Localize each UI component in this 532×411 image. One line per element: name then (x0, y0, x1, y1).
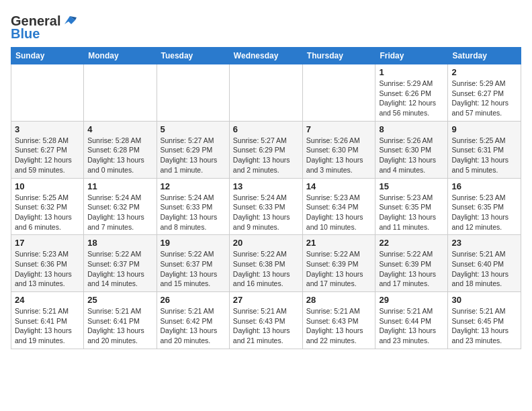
day-info: Sunrise: 5:24 AM Sunset: 6:32 PM Dayligh… (87, 193, 152, 232)
day-info: Sunrise: 5:29 AM Sunset: 6:27 PM Dayligh… (451, 79, 517, 118)
day-number: 19 (161, 238, 226, 248)
calendar-day-cell: 10Sunrise: 5:25 AM Sunset: 6:32 PM Dayli… (11, 178, 84, 235)
calendar-empty-cell (229, 64, 302, 122)
calendar-day-cell: 26Sunrise: 5:21 AM Sunset: 6:42 PM Dayli… (157, 292, 229, 349)
calendar-day-cell: 5Sunrise: 5:27 AM Sunset: 6:29 PM Daylig… (157, 121, 229, 178)
day-number: 23 (451, 238, 517, 248)
calendar-day-cell: 7Sunrise: 5:26 AM Sunset: 6:30 PM Daylig… (302, 121, 375, 178)
day-info: Sunrise: 5:23 AM Sunset: 6:34 PM Dayligh… (306, 193, 372, 232)
calendar-day-cell: 12Sunrise: 5:24 AM Sunset: 6:33 PM Dayli… (157, 178, 229, 235)
calendar-day-cell: 6Sunrise: 5:27 AM Sunset: 6:29 PM Daylig… (229, 121, 302, 178)
day-info: Sunrise: 5:21 AM Sunset: 6:42 PM Dayligh… (161, 306, 226, 346)
weekday-header-saturday: Saturday (448, 48, 521, 64)
day-number: 14 (306, 181, 372, 191)
logo-bird-icon (62, 15, 77, 27)
day-info: Sunrise: 5:25 AM Sunset: 6:31 PM Dayligh… (451, 136, 517, 175)
day-info: Sunrise: 5:26 AM Sunset: 6:30 PM Dayligh… (306, 136, 372, 175)
day-number: 21 (306, 238, 372, 248)
day-info: Sunrise: 5:22 AM Sunset: 6:37 PM Dayligh… (161, 249, 226, 289)
day-number: 22 (379, 238, 444, 248)
day-number: 25 (87, 295, 152, 305)
day-number: 16 (451, 181, 517, 191)
day-number: 13 (233, 181, 299, 191)
calendar-day-cell: 27Sunrise: 5:21 AM Sunset: 6:43 PM Dayli… (229, 292, 302, 349)
day-info: Sunrise: 5:24 AM Sunset: 6:33 PM Dayligh… (233, 193, 299, 232)
weekday-header-tuesday: Tuesday (157, 48, 229, 64)
day-number: 7 (306, 124, 372, 134)
day-info: Sunrise: 5:28 AM Sunset: 6:27 PM Dayligh… (15, 136, 80, 175)
calendar-day-cell: 23Sunrise: 5:21 AM Sunset: 6:40 PM Dayli… (448, 235, 521, 292)
day-info: Sunrise: 5:21 AM Sunset: 6:40 PM Dayligh… (451, 249, 517, 289)
calendar-table: SundayMondayTuesdayWednesdayThursdayFrid… (11, 47, 521, 349)
calendar-empty-cell (157, 64, 229, 122)
weekday-header-monday: Monday (84, 48, 157, 64)
calendar-day-cell: 11Sunrise: 5:24 AM Sunset: 6:32 PM Dayli… (84, 178, 157, 235)
calendar-day-cell: 3Sunrise: 5:28 AM Sunset: 6:27 PM Daylig… (11, 121, 84, 178)
calendar-day-cell: 22Sunrise: 5:22 AM Sunset: 6:39 PM Dayli… (375, 235, 448, 292)
calendar-day-cell: 21Sunrise: 5:22 AM Sunset: 6:39 PM Dayli… (302, 235, 375, 292)
calendar-day-cell: 14Sunrise: 5:23 AM Sunset: 6:34 PM Dayli… (302, 178, 375, 235)
day-number: 28 (306, 295, 372, 305)
day-info: Sunrise: 5:22 AM Sunset: 6:39 PM Dayligh… (379, 249, 444, 289)
calendar-day-cell: 18Sunrise: 5:22 AM Sunset: 6:37 PM Dayli… (84, 235, 157, 292)
day-number: 20 (233, 238, 299, 248)
day-info: Sunrise: 5:25 AM Sunset: 6:32 PM Dayligh… (15, 193, 80, 232)
day-number: 10 (15, 181, 80, 191)
weekday-header-sunday: Sunday (11, 48, 84, 64)
day-number: 18 (87, 238, 152, 248)
day-info: Sunrise: 5:24 AM Sunset: 6:33 PM Dayligh… (161, 193, 226, 232)
calendar-header-row: SundayMondayTuesdayWednesdayThursdayFrid… (11, 48, 521, 64)
logo: General Blue (11, 13, 77, 42)
calendar-day-cell: 4Sunrise: 5:28 AM Sunset: 6:28 PM Daylig… (84, 121, 157, 178)
calendar-week-row: 10Sunrise: 5:25 AM Sunset: 6:32 PM Dayli… (11, 178, 521, 235)
day-number: 9 (451, 124, 517, 134)
calendar-day-cell: 15Sunrise: 5:23 AM Sunset: 6:35 PM Dayli… (375, 178, 448, 235)
weekday-header-wednesday: Wednesday (229, 48, 302, 64)
day-number: 5 (161, 124, 226, 134)
calendar-week-row: 3Sunrise: 5:28 AM Sunset: 6:27 PM Daylig… (11, 121, 521, 178)
page-header: General Blue (11, 11, 521, 42)
logo-blue-text: Blue (11, 26, 40, 42)
calendar-day-cell: 24Sunrise: 5:21 AM Sunset: 6:41 PM Dayli… (11, 292, 84, 349)
calendar-day-cell: 19Sunrise: 5:22 AM Sunset: 6:37 PM Dayli… (157, 235, 229, 292)
calendar-day-cell: 8Sunrise: 5:26 AM Sunset: 6:30 PM Daylig… (375, 121, 448, 178)
day-number: 11 (87, 181, 152, 191)
day-number: 1 (379, 67, 444, 77)
calendar-day-cell: 25Sunrise: 5:21 AM Sunset: 6:41 PM Dayli… (84, 292, 157, 349)
day-info: Sunrise: 5:22 AM Sunset: 6:37 PM Dayligh… (87, 249, 152, 289)
day-number: 24 (15, 295, 80, 305)
day-number: 17 (15, 238, 80, 248)
day-info: Sunrise: 5:23 AM Sunset: 6:36 PM Dayligh… (15, 249, 80, 289)
day-info: Sunrise: 5:22 AM Sunset: 6:38 PM Dayligh… (233, 249, 299, 289)
day-number: 2 (451, 67, 517, 77)
day-number: 27 (233, 295, 299, 305)
day-info: Sunrise: 5:26 AM Sunset: 6:30 PM Dayligh… (379, 136, 444, 175)
day-number: 8 (379, 124, 444, 134)
calendar-week-row: 17Sunrise: 5:23 AM Sunset: 6:36 PM Dayli… (11, 235, 521, 292)
day-number: 30 (451, 295, 517, 305)
calendar-day-cell: 1Sunrise: 5:29 AM Sunset: 6:26 PM Daylig… (375, 64, 448, 122)
day-info: Sunrise: 5:28 AM Sunset: 6:28 PM Dayligh… (87, 136, 152, 175)
day-info: Sunrise: 5:21 AM Sunset: 6:41 PM Dayligh… (87, 306, 152, 346)
day-info: Sunrise: 5:23 AM Sunset: 6:35 PM Dayligh… (379, 193, 444, 232)
day-info: Sunrise: 5:21 AM Sunset: 6:43 PM Dayligh… (306, 306, 372, 346)
calendar-empty-cell (11, 64, 84, 122)
calendar-day-cell: 28Sunrise: 5:21 AM Sunset: 6:43 PM Dayli… (302, 292, 375, 349)
calendar-day-cell: 9Sunrise: 5:25 AM Sunset: 6:31 PM Daylig… (448, 121, 521, 178)
calendar-day-cell: 2Sunrise: 5:29 AM Sunset: 6:27 PM Daylig… (448, 64, 521, 122)
day-info: Sunrise: 5:21 AM Sunset: 6:43 PM Dayligh… (233, 306, 299, 346)
day-info: Sunrise: 5:23 AM Sunset: 6:35 PM Dayligh… (451, 193, 517, 232)
day-info: Sunrise: 5:21 AM Sunset: 6:41 PM Dayligh… (15, 306, 80, 346)
day-info: Sunrise: 5:21 AM Sunset: 6:45 PM Dayligh… (451, 306, 517, 346)
weekday-header-thursday: Thursday (302, 48, 375, 64)
day-info: Sunrise: 5:22 AM Sunset: 6:39 PM Dayligh… (306, 249, 372, 289)
calendar-day-cell: 20Sunrise: 5:22 AM Sunset: 6:38 PM Dayli… (229, 235, 302, 292)
calendar-empty-cell (302, 64, 375, 122)
calendar-day-cell: 17Sunrise: 5:23 AM Sunset: 6:36 PM Dayli… (11, 235, 84, 292)
day-info: Sunrise: 5:29 AM Sunset: 6:26 PM Dayligh… (379, 79, 444, 118)
day-info: Sunrise: 5:21 AM Sunset: 6:44 PM Dayligh… (379, 306, 444, 346)
day-number: 15 (379, 181, 444, 191)
day-info: Sunrise: 5:27 AM Sunset: 6:29 PM Dayligh… (161, 136, 226, 175)
day-number: 4 (87, 124, 152, 134)
calendar-empty-cell (84, 64, 157, 122)
